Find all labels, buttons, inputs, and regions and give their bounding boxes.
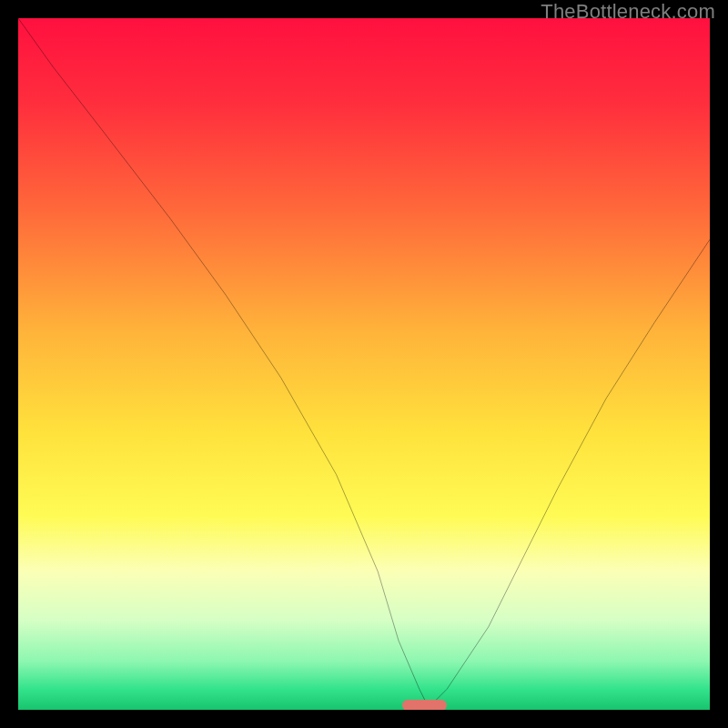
optimal-marker: [402, 700, 447, 710]
attribution-text: TheBottleneck.com: [541, 0, 715, 24]
plot-area: [18, 18, 710, 710]
curve-path: [18, 18, 710, 703]
chart-frame: [11, 11, 717, 717]
bottleneck-curve: [18, 18, 710, 710]
